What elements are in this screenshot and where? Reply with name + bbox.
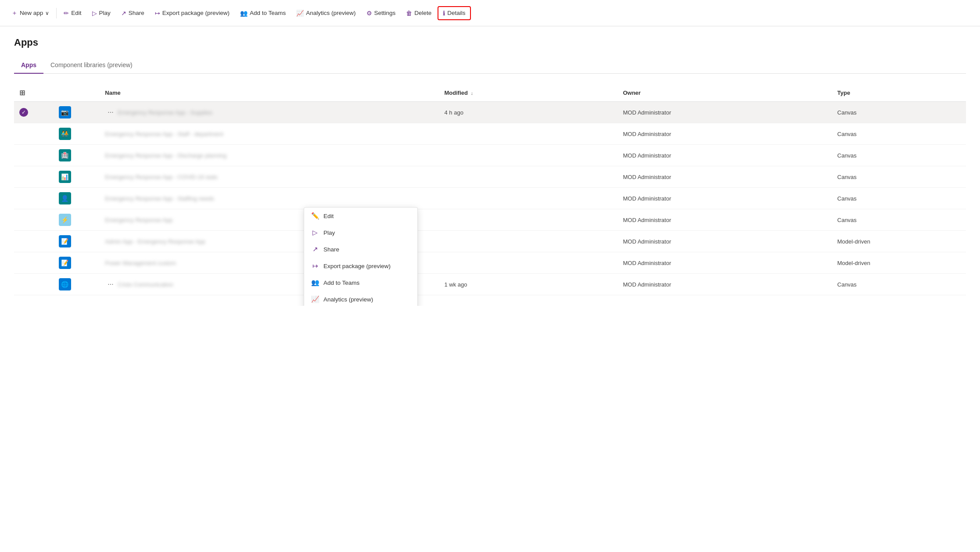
share-button[interactable]: ↗ Share	[117, 7, 149, 19]
analytics-button[interactable]: 📈 Analytics (preview)	[292, 7, 360, 19]
col-header-owner[interactable]: Owner	[617, 84, 832, 102]
row-icon-7: 📝	[54, 252, 100, 274]
row-check-6[interactable]	[14, 231, 54, 252]
share-label: Share	[323, 246, 339, 253]
app-icon-6: 📝	[59, 235, 71, 247]
analytics-icon: 📈	[311, 295, 319, 303]
details-button[interactable]: ℹ Details	[438, 6, 470, 20]
row-owner-0: MOD Administrator	[617, 102, 832, 123]
row-modified-4	[439, 188, 618, 209]
row-owner-2: MOD Administrator	[617, 145, 832, 166]
row-type-3: Canvas	[832, 166, 966, 188]
table-row[interactable]: 👤 Emergency Response App - Staffing need…	[14, 188, 966, 209]
row-name-2[interactable]: Emergency Response App - Discharge plann…	[100, 145, 439, 166]
edit-icon: ✏	[64, 10, 69, 17]
delete-label: Delete	[414, 10, 431, 16]
menu-item-analytics[interactable]: 📈 Analytics (preview)	[304, 291, 417, 306]
app-name-8: Crisis Communication	[118, 281, 173, 288]
new-app-label: New app	[20, 10, 43, 16]
row-icon-8: 🌐	[54, 274, 100, 295]
tab-apps[interactable]: Apps	[14, 57, 43, 74]
table-header-row: ⊞ Name Modified ↓ Owner Type	[14, 84, 966, 102]
row-type-4: Canvas	[832, 188, 966, 209]
table-row[interactable]: ✓ 📷 ··· Emergency Response App - Supplie…	[14, 102, 966, 123]
analytics-icon: 📈	[296, 10, 304, 17]
settings-button[interactable]: ⚙ Settings	[362, 7, 400, 19]
menu-item-edit[interactable]: ✏️ Edit	[304, 208, 417, 224]
menu-item-export[interactable]: ↦ Export package (preview)	[304, 258, 417, 274]
app-icon-8: 🌐	[59, 278, 71, 290]
row-modified-8: 1 wk ago	[439, 274, 618, 295]
table-row[interactable]: 🧑‍🤝‍🧑 Emergency Response App - Staff - d…	[14, 123, 966, 145]
play-button[interactable]: ▷ Play	[88, 7, 115, 19]
app-icon-5: ⚡	[59, 214, 71, 226]
app-icon-0: 📷	[59, 106, 71, 118]
row-modified-3	[439, 166, 618, 188]
table-row[interactable]: 📝 Admin App - Emergency Response App MOD…	[14, 231, 966, 252]
check-icon: ✓	[19, 108, 28, 117]
col-header-type[interactable]: Type	[832, 84, 966, 102]
add_to_teams-icon: 👥	[311, 279, 319, 287]
row-check-4[interactable]	[14, 188, 54, 209]
row-check-7[interactable]	[14, 252, 54, 274]
col-header-name[interactable]: Name	[100, 84, 439, 102]
row-check-2[interactable]	[14, 145, 54, 166]
add-to-teams-label: Add to Teams	[250, 10, 286, 16]
edit-label: Edit	[323, 213, 334, 219]
row-type-7: Model-driven	[832, 252, 966, 274]
table-row[interactable]: 📝 Power Management custom MOD Administra…	[14, 252, 966, 274]
menu-item-share[interactable]: ↗ Share	[304, 241, 417, 258]
share-icon: ↗	[121, 10, 126, 17]
delete-button[interactable]: 🗑 Delete	[402, 7, 436, 19]
more-button-0[interactable]: ···	[105, 108, 116, 117]
table-row[interactable]: 🌐 ··· Crisis Communication 1 wk ago MOD …	[14, 274, 966, 295]
row-check-5[interactable]	[14, 209, 54, 231]
row-name-3[interactable]: Emergency Response App - COVID-19 stats	[100, 166, 439, 188]
share-label: Share	[129, 10, 144, 16]
table-row[interactable]: 🏥 Emergency Response App - Discharge pla…	[14, 145, 966, 166]
edit-label: Edit	[71, 10, 81, 16]
col-header-check: ⊞	[14, 84, 54, 102]
table-row[interactable]: ⚡ Emergency Response App MOD Administrat…	[14, 209, 966, 231]
row-type-0: Canvas	[832, 102, 966, 123]
app-icon-3: 📊	[59, 171, 71, 183]
row-type-8: Canvas	[832, 274, 966, 295]
row-owner-4: MOD Administrator	[617, 188, 832, 209]
play-icon: ▷	[311, 229, 319, 237]
row-modified-7	[439, 252, 618, 274]
tab-component-libraries[interactable]: Component libraries (preview)	[43, 57, 140, 74]
row-owner-7: MOD Administrator	[617, 252, 832, 274]
row-check-1[interactable]	[14, 123, 54, 145]
col-header-modified[interactable]: Modified ↓	[439, 84, 618, 102]
app-name-1: Emergency Response App - Staff - departm…	[105, 131, 223, 137]
row-check-8[interactable]	[14, 274, 54, 295]
edit-button[interactable]: ✏ Edit	[59, 7, 86, 19]
app-name-6: Admin App - Emergency Response App	[105, 238, 205, 245]
row-icon-5: ⚡	[54, 209, 100, 231]
app-icon-2: 🏥	[59, 149, 71, 161]
play-icon: ▷	[92, 10, 97, 17]
select-all-icon[interactable]: ⊞	[19, 89, 25, 97]
menu-item-add_to_teams[interactable]: 👥 Add to Teams	[304, 274, 417, 291]
app-icon-7: 📝	[59, 257, 71, 269]
row-name-1[interactable]: Emergency Response App - Staff - departm…	[100, 123, 439, 145]
menu-item-play[interactable]: ▷ Play	[304, 224, 417, 241]
row-check-0[interactable]: ✓	[14, 102, 54, 123]
table-row[interactable]: 📊 Emergency Response App - COVID-19 stat…	[14, 166, 966, 188]
new-app-button[interactable]: ＋ New app ∨	[7, 7, 54, 20]
row-name-0[interactable]: ··· Emergency Response App - Supplies	[100, 102, 439, 123]
details-label: Details	[447, 10, 465, 16]
row-modified-0: 4 h ago	[439, 102, 618, 123]
more-button-8[interactable]: ···	[105, 280, 116, 289]
row-name-4[interactable]: Emergency Response App - Staffing needs	[100, 188, 439, 209]
export-label: Export package (preview)	[323, 263, 391, 269]
export-button[interactable]: ↦ Export package (preview)	[151, 7, 234, 19]
app-name-2: Emergency Response App - Discharge plann…	[105, 152, 226, 159]
main-content: Apps Apps Component libraries (preview) …	[0, 26, 980, 306]
row-owner-5: MOD Administrator	[617, 209, 832, 231]
chevron-down-icon: ∨	[45, 10, 49, 16]
row-modified-5	[439, 209, 618, 231]
apps-table: ⊞ Name Modified ↓ Owner Type ✓ 📷 ···	[14, 84, 966, 295]
add-to-teams-button[interactable]: 👥 Add to Teams	[236, 7, 290, 19]
row-check-3[interactable]	[14, 166, 54, 188]
